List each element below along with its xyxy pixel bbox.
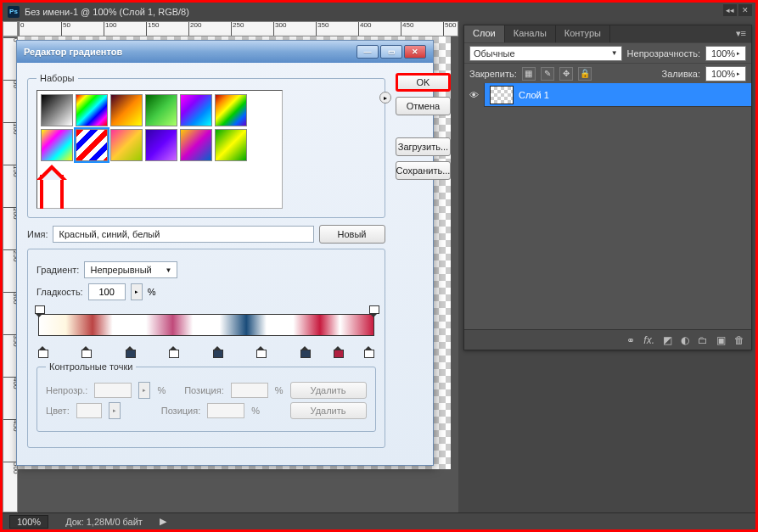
new-layer-icon[interactable]: ▣	[716, 334, 726, 346]
zoom-display[interactable]: 100%	[9, 515, 48, 529]
ps-icon: Ps	[8, 6, 20, 18]
load-button[interactable]: Загрузить...	[396, 137, 452, 156]
visibility-icon[interactable]: 👁	[464, 83, 485, 107]
ruler-corner	[3, 21, 18, 36]
opacity-stop[interactable]	[369, 304, 378, 314]
gradient-preset[interactable]	[110, 94, 143, 126]
adjustment-layer-icon[interactable]: ◐	[681, 334, 689, 346]
color-stop[interactable]	[126, 350, 134, 360]
gradient-type-label: Градиент:	[36, 265, 79, 275]
opacity-input[interactable]: 100%▸	[705, 46, 746, 61]
window-title: Без имени-1 @ 100% (Слой 1, RGB/8)	[25, 3, 189, 21]
link-layers-icon[interactable]: ⚭	[626, 334, 635, 346]
status-play-icon[interactable]: ▶	[160, 516, 166, 527]
color-stop[interactable]	[38, 350, 47, 360]
annotation-arrow	[40, 175, 64, 209]
lock-all-icon[interactable]: 🔒	[578, 67, 592, 81]
gradient-type-select[interactable]: Непрерывный▼	[84, 261, 177, 278]
dialog-close-icon[interactable]: ✕	[404, 45, 426, 59]
lock-label: Закрепить:	[469, 69, 517, 79]
color-stop[interactable]	[213, 350, 222, 360]
layers-panel: Слои Каналы Контуры ▾≡ Обычные▼ Непрозра…	[463, 25, 752, 350]
new-group-icon[interactable]: 🗀	[698, 334, 708, 346]
stop-position-label: Позиция:	[184, 385, 224, 395]
close-icon[interactable]: ✕	[738, 4, 752, 16]
gradient-preset[interactable]	[180, 94, 212, 126]
dialog-max-icon[interactable]: ▭	[380, 45, 402, 59]
panel-menu-icon[interactable]: ▾≡	[731, 25, 751, 42]
color-stop[interactable]	[81, 350, 90, 360]
layer-mask-icon[interactable]: ◩	[663, 334, 672, 346]
layer-fx-icon[interactable]: fx.	[643, 334, 654, 346]
control-points-label: Контрольные точки	[46, 361, 136, 372]
lock-move-icon[interactable]: ✥	[559, 67, 573, 81]
ok-button[interactable]: OK	[396, 73, 452, 92]
ruler-horizontal: 050100150200250300350400450500	[18, 21, 458, 36]
gradient-name-input[interactable]: Красный, синий, белый	[53, 226, 313, 243]
tab-layers[interactable]: Слои	[464, 25, 505, 42]
dialog-title: Редактор градиентов	[24, 47, 122, 57]
new-button[interactable]: Новый	[319, 225, 385, 244]
stop-opacity-stepper: ▸	[138, 382, 150, 399]
gradient-preset[interactable]	[215, 94, 247, 126]
opacity-stop[interactable]	[35, 304, 43, 314]
stop-color-swatch	[76, 403, 102, 418]
layer-thumbnail[interactable]	[490, 86, 514, 104]
gradient-preset[interactable]	[76, 129, 108, 161]
gradient-preset[interactable]	[145, 129, 177, 161]
delete-opacity-stop-button: Удалить	[290, 382, 367, 399]
stop-color-stepper: ▸	[109, 402, 121, 419]
stop-position-input	[231, 383, 268, 398]
color-stop[interactable]	[334, 350, 342, 360]
doc-size-label: Док: 1,28M/0 байт	[65, 517, 143, 527]
lock-brush-icon[interactable]: ✎	[541, 67, 554, 81]
cancel-button[interactable]: Отмена	[396, 97, 452, 115]
smoothness-input[interactable]	[88, 283, 126, 300]
name-label: Имя:	[27, 229, 48, 239]
stop-position-input	[207, 403, 244, 418]
color-stop[interactable]	[300, 350, 309, 360]
layer-row[interactable]: 👁 Слой 1	[464, 83, 751, 107]
delete-layer-icon[interactable]: 🗑	[734, 334, 744, 346]
save-button[interactable]: Сохранить...	[396, 161, 452, 180]
color-stop[interactable]	[169, 350, 177, 360]
gradient-editor-dialog: Редактор градиентов — ▭ ✕ Наборы ▸	[16, 40, 434, 466]
color-stop[interactable]	[256, 350, 265, 360]
blend-mode-select[interactable]: Обычные▼	[469, 46, 622, 61]
presets-group: Наборы ▸	[27, 73, 385, 218]
collapse-icon[interactable]: ◂◂	[723, 4, 737, 16]
delete-color-stop-button: Удалить	[290, 402, 367, 419]
dialog-min-icon[interactable]: —	[357, 45, 379, 59]
gradient-settings-group: Градиент: Непрерывный▼ Гладкость: ▸ %	[27, 249, 385, 448]
gradient-preset[interactable]	[180, 129, 212, 161]
percent-label: %	[148, 287, 156, 297]
opacity-label: Непрозрачность:	[627, 48, 700, 59]
fill-label: Заливка:	[662, 69, 700, 79]
tab-paths[interactable]: Контуры	[556, 25, 610, 42]
color-stop[interactable]	[364, 350, 373, 360]
smoothness-stepper[interactable]: ▸	[131, 283, 143, 300]
smoothness-label: Гладкость:	[36, 287, 83, 297]
gradient-preset[interactable]	[41, 94, 73, 126]
gradient-preview[interactable]	[38, 314, 374, 350]
stop-position-label: Позиция:	[161, 406, 201, 416]
lock-transparent-icon[interactable]: ▦	[522, 67, 536, 81]
gradient-preset[interactable]	[41, 129, 73, 161]
stop-color-label: Цвет:	[46, 406, 70, 416]
control-points-group: Контрольные точки Непрозр.: ▸ % Позиция:…	[36, 361, 376, 432]
fill-input[interactable]: 100%▸	[705, 66, 746, 81]
stop-opacity-label: Непрозр.:	[46, 385, 87, 395]
presets-label: Наборы	[36, 73, 78, 83]
stop-opacity-input	[94, 383, 132, 398]
gradient-preset[interactable]	[215, 129, 247, 161]
gradient-preset[interactable]	[110, 129, 143, 161]
tab-channels[interactable]: Каналы	[505, 25, 556, 42]
presets-menu-icon[interactable]: ▸	[379, 92, 391, 104]
layer-name[interactable]: Слой 1	[519, 90, 549, 100]
gradient-preset[interactable]	[76, 94, 108, 126]
gradient-preset[interactable]	[145, 94, 177, 126]
